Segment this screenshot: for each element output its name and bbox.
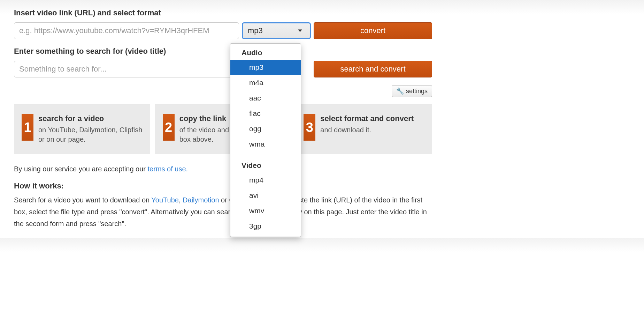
wrench-icon: 🔧: [396, 87, 404, 95]
url-row: mp3 convert: [14, 22, 432, 39]
dropdown-item-m4a[interactable]: m4a: [230, 75, 301, 90]
dropdown-item-mp3[interactable]: mp3: [230, 60, 301, 75]
search-input[interactable]: [14, 61, 239, 77]
dropdown-divider: [230, 154, 301, 154]
terms-prefix: By using our service you are accepting o…: [14, 165, 148, 173]
search-row: search and convert: [14, 61, 432, 77]
dropdown-item-aac[interactable]: aac: [230, 90, 301, 106]
step-number-badge: 2: [163, 114, 175, 141]
format-select-value: mp3: [248, 26, 263, 35]
dropdown-group-label: Audio: [230, 44, 301, 60]
howitworks-pre: Search for a video you want to download …: [14, 196, 151, 204]
step-desc: on YouTube, Dailymotion, Clipfish or on …: [38, 125, 143, 144]
dropdown-item-wma[interactable]: wma: [230, 136, 301, 152]
format-dropdown: Audiomp3m4aaacflacoggwmaVideomp4aviwmv3g…: [230, 43, 301, 237]
howitworks-mid: or: [219, 196, 229, 204]
dailymotion-link[interactable]: Dailymotion: [183, 196, 219, 204]
howitworks-title: How it works:: [14, 181, 432, 191]
convert-button[interactable]: convert: [314, 22, 432, 39]
settings-row: 🔧 settings: [14, 85, 432, 97]
url-input[interactable]: [14, 22, 239, 39]
chevron-down-icon: [298, 30, 302, 32]
steps-row: 1 search for a video on YouTube, Dailymo…: [14, 104, 432, 154]
format-select[interactable]: mp3: [242, 22, 311, 39]
howitworks-sep1: ,: [179, 196, 183, 204]
step-title: search for a video: [38, 114, 143, 123]
dropdown-item-mp4[interactable]: mp4: [230, 172, 301, 188]
search-section-label: Enter something to search for (video tit…: [14, 47, 432, 56]
step-card-3: 3 select format and convert and download…: [296, 104, 432, 154]
step-title: select format and convert: [320, 114, 414, 123]
dropdown-item-flac[interactable]: flac: [230, 106, 301, 121]
settings-button[interactable]: 🔧 settings: [392, 85, 432, 97]
url-section-label: Insert video link (URL) and select forma…: [14, 8, 432, 17]
dropdown-item-wmv[interactable]: wmv: [230, 203, 301, 218]
settings-button-label: settings: [406, 88, 428, 95]
step-card-1: 1 search for a video on YouTube, Dailymo…: [14, 104, 150, 154]
dropdown-item-avi[interactable]: avi: [230, 188, 301, 203]
step-number-badge: 3: [304, 114, 315, 141]
youtube-link[interactable]: YouTube: [151, 196, 179, 204]
search-convert-button[interactable]: search and convert: [314, 61, 432, 77]
step-desc: and download it.: [320, 125, 414, 135]
terms-line: By using our service you are accepting o…: [14, 165, 432, 173]
step-number-badge: 1: [22, 114, 33, 141]
dropdown-group-label: Video: [230, 156, 301, 172]
dropdown-item-ogg[interactable]: ogg: [230, 121, 301, 136]
terms-link[interactable]: terms of use.: [148, 165, 188, 173]
howitworks-body: Search for a video you want to download …: [14, 194, 432, 230]
dropdown-item-3gp[interactable]: 3gp: [230, 218, 301, 234]
